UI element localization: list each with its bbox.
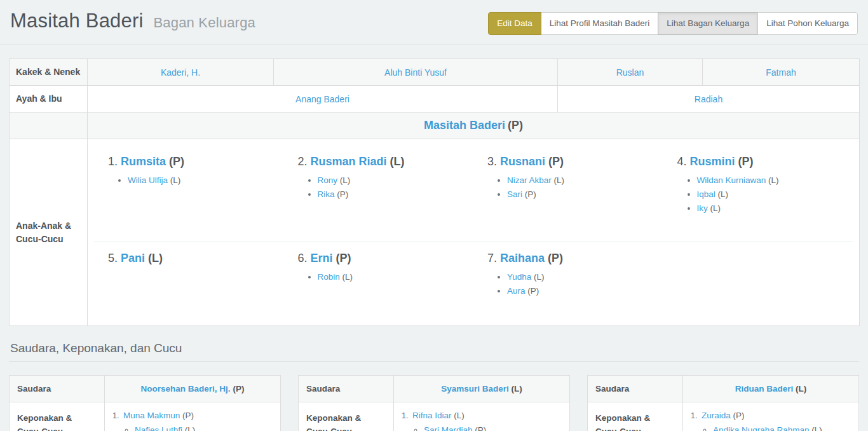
children-cell: 1. Rumsita (P)Wilia Ulfija (L)2. Rusman … [88,139,860,326]
grandchild-name-link[interactable]: Nafies Luthfi [135,425,182,431]
gender-tag: (L) [182,425,195,431]
parent-name-link[interactable]: Anang Baderi [295,94,349,104]
sibling-name-link[interactable]: Syamsuri Baderi [441,384,509,393]
page: { "colors": { "link_blue": "#42a0d9", "o… [0,0,868,431]
grandchild-item: Rika (P) [318,188,468,202]
grandchildren-list: Wildan Kurniawan (L)Iqbal (L)Iky (L) [697,174,847,216]
sibling-name-link[interactable]: Riduan Baderi [735,384,794,393]
gender-tag: (L) [766,175,778,185]
section-divider [9,361,859,362]
gender-tag: (L) [708,203,721,213]
grandchild-item: Sari Mardiah (P) [424,423,562,431]
grandparent-name-link[interactable]: Aluh Binti Yusuf [384,67,447,78]
grandchild-item: Wildan Kurniawan (L) [697,174,847,188]
grandchild-item: Sari (P) [507,188,657,202]
parent-name-link[interactable]: Radiah [695,94,722,104]
nephew-number: 1. [402,411,410,420]
gender-tag: (L) [337,175,350,185]
sibling-table: SaudaraSyamsuri Baderi (L)Keponakan & Cu… [298,375,570,431]
grandparent-name-link[interactable]: Fatmah [766,67,796,78]
child-card: 7. Raihana (P)Yudha (L)Aura (P) [473,242,663,319]
child-heading: 3. Rusnani (P) [487,155,657,168]
nephew-item: 1. Zuraida (P) [691,409,851,423]
row-label-nephews: Keponakan & Cucu-Cucu [299,402,394,431]
gender-tag: (P) [731,411,745,420]
grandchild-name-link[interactable]: Robin [318,272,340,282]
child-number: 6. [298,252,311,264]
row-label-parents: Ayah & Ibu [10,86,88,113]
grandchild-item: Rony (L) [318,174,468,188]
sibling-name-link[interactable]: Noorsehan Baderi, Hj. [141,384,231,393]
view-profile-button[interactable]: Lihat Profil Masitah Baderi [541,12,659,35]
edit-data-button[interactable]: Edit Data [488,12,541,35]
sibling-table: SaudaraNoorsehan Baderi, Hj. (P)Keponaka… [9,375,281,431]
nephew-name-link[interactable]: Muna Makmun [123,411,180,420]
child-heading: 2. Rusman Riadi (L) [298,155,468,168]
children-grid: 1. Rumsita (P)Wilia Ulfija (L)2. Rusman … [94,146,853,319]
grandchild-name-link[interactable]: Sari [507,189,522,199]
sibling-header-row: SaudaraSyamsuri Baderi (L) [299,376,570,402]
child-name-link[interactable]: Rusmini [690,155,735,168]
view-family-tree-button[interactable]: Lihat Pohon Keluarga [757,12,858,35]
child-heading: 4. Rusmini (P) [677,155,847,168]
grandchild-name-link[interactable]: Iqbal [697,189,715,199]
nephews-row: Keponakan & Cucu-Cucu1. Muna Makmun (P)N… [10,402,281,431]
nephew-item: 1. Rifna Idiar (L) [402,409,562,423]
gender-tag: (L) [552,175,564,185]
nephew-children-list: Nafies Luthfi (L) [135,423,273,431]
grandchild-name-link[interactable]: Wilia Ulfija [128,175,168,185]
grandchild-name-link[interactable]: Nizar Akbar [507,175,552,185]
grandchild-name-link[interactable]: Iky [697,203,708,213]
grandparent-cell: Kaderi, H. [88,59,274,86]
child-name-link[interactable]: Erni [311,252,333,264]
gender-tag: (L) [387,155,405,168]
child-number: 1. [108,155,121,168]
main-content: Kakek & Nenek Kaderi, H. Aluh Binti Yusu… [0,44,868,431]
grandchild-name-link[interactable]: Rika [318,189,335,199]
child-name-link[interactable]: Rusnani [500,155,545,168]
nephew-name-link[interactable]: Zuraida [702,411,731,420]
gender-tag: (L) [451,411,464,420]
nephew-children-list: Sari Mardiah (P) [424,423,562,431]
grandparent-name-link[interactable]: Ruslan [616,67,644,78]
view-family-chart-button[interactable]: Lihat Bagan Keluarga [658,12,758,35]
row-label-sibling: Saudara [299,376,394,402]
nephew-name-link[interactable]: Rifna Idiar [412,411,452,420]
gender-tag: (L) [509,384,522,393]
row-label-grandparents: Kakek & Nenek [10,59,88,86]
grandchild-item: Aura (P) [507,284,657,298]
row-label-children: Anak-Anak & Cucu-Cucu [10,139,88,326]
child-name-link[interactable]: Pani [121,252,145,264]
child-name-link[interactable]: Raihana [500,252,545,264]
grandchildren-list: Nizar Akbar (L)Sari (P) [507,174,657,202]
child-name-link[interactable]: Rumsita [121,155,166,168]
gender-tag: (L) [168,175,180,185]
person-name-link[interactable]: Masitah Baderi [424,119,505,132]
grandchild-item: Iqbal (L) [697,188,847,202]
gender-tag: (L) [810,425,822,431]
grandparent-name-link[interactable]: Kaderi, H. [161,67,200,78]
page-subtitle: Bagan Keluarga [153,15,255,31]
grandchild-name-link[interactable]: Sari Mardiah [424,425,473,431]
grandchild-name-link[interactable]: Rony [318,175,338,185]
grandparent-cell: Ruslan [558,59,703,86]
gender-tag: (P) [545,155,564,168]
grandchild-item: Iky (L) [697,202,847,216]
nephews-cell: 1. Muna Makmun (P)Nafies Luthfi (L) [105,402,281,431]
grandchild-name-link[interactable]: Aura [507,286,526,296]
grandchild-name-link[interactable]: Wildan Kurniawan [697,175,766,185]
gender-tag: (L) [145,252,163,264]
grandchild-name-link[interactable]: Andika Nugraha Rahman [713,425,810,431]
sibling-header-row: SaudaraRiduan Baderi (L) [588,376,859,402]
gender-tag: (P) [526,286,539,296]
gender-tag: (P) [545,252,563,264]
page-header: Masitah Baderi Bagan Keluarga Edit Data … [0,0,868,44]
grandchild-item: Yudha (L) [507,270,657,284]
child-name-link[interactable]: Rusman Riadi [311,155,387,168]
child-card: 5. Pani (L) [94,242,284,319]
section-title: Saudara, Keponakan, dan Cucu [10,341,858,355]
gender-tag: (L) [340,272,353,282]
grandchild-name-link[interactable]: Yudha [507,272,531,282]
grandchildren-list: Rony (L)Rika (P) [318,174,468,202]
gender-tag: (L) [715,189,728,199]
